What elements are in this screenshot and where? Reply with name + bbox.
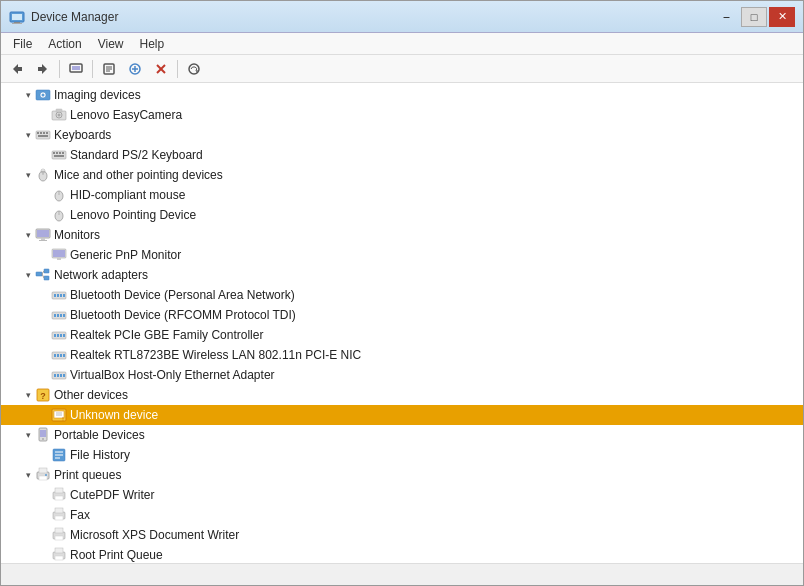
- tree-item-file-history[interactable]: File History: [1, 445, 803, 465]
- tree-label: Fax: [70, 508, 90, 522]
- tree-item-realtek-gbe[interactable]: Realtek PCIe GBE Family Controller: [1, 325, 803, 345]
- tree-item-realtek-wifi[interactable]: Realtek RTL8723BE Wireless LAN 802.11n P…: [1, 345, 803, 365]
- tree-label: Portable Devices: [54, 428, 145, 442]
- tree-item-keyboards[interactable]: ▾Keyboards: [1, 125, 803, 145]
- toggle-placeholder: [37, 328, 51, 342]
- tree-item-print-queues[interactable]: ▾Print queues: [1, 465, 803, 485]
- svg-rect-32: [46, 132, 48, 134]
- toggle-icon[interactable]: ▾: [21, 128, 35, 142]
- device-icon: [51, 247, 67, 263]
- toggle-placeholder: [37, 548, 51, 562]
- svg-rect-67: [60, 314, 62, 317]
- uninstall-button[interactable]: [149, 58, 173, 80]
- update-driver-button[interactable]: [123, 58, 147, 80]
- toggle-icon[interactable]: ▾: [21, 468, 35, 482]
- svg-rect-106: [55, 508, 63, 513]
- toggle-icon[interactable]: ▾: [21, 168, 35, 182]
- svg-rect-107: [55, 516, 63, 520]
- toggle-placeholder: [37, 288, 51, 302]
- svg-text:!: !: [62, 416, 64, 422]
- toggle-icon[interactable]: ▾: [21, 268, 35, 282]
- toggle-icon[interactable]: ▾: [21, 228, 35, 242]
- tree-item-monitors[interactable]: ▾Monitors: [1, 225, 803, 245]
- tree-label: Realtek RTL8723BE Wireless LAN 802.11n P…: [70, 348, 361, 362]
- device-tree[interactable]: ▾Imaging devicesLenovo EasyCamera▾Keyboa…: [1, 83, 803, 563]
- svg-marker-4: [13, 64, 18, 74]
- tree-item-root-print[interactable]: Root Print Queue: [1, 545, 803, 563]
- device-icon: [51, 207, 67, 223]
- menu-bar: File Action View Help: [1, 33, 803, 55]
- scan-hardware-button[interactable]: [182, 58, 206, 80]
- svg-rect-83: [63, 374, 65, 377]
- up-button[interactable]: [64, 58, 88, 80]
- svg-point-101: [45, 474, 47, 476]
- tree-item-lenovo-pointing[interactable]: Lenovo Pointing Device: [1, 205, 803, 225]
- toggle-icon[interactable]: ▾: [21, 388, 35, 402]
- device-icon: [35, 427, 51, 443]
- toggle-placeholder: [37, 348, 51, 362]
- tree-label: Lenovo EasyCamera: [70, 108, 182, 122]
- tree-item-mice[interactable]: ▾Mice and other pointing devices: [1, 165, 803, 185]
- tree-item-ps2-keyboard[interactable]: Standard PS/2 Keyboard: [1, 145, 803, 165]
- tree-item-bluetooth-pan[interactable]: Bluetooth Device (Personal Area Network): [1, 285, 803, 305]
- svg-rect-52: [53, 250, 65, 257]
- forward-button[interactable]: [31, 58, 55, 80]
- svg-rect-65: [54, 314, 56, 317]
- menu-action[interactable]: Action: [40, 35, 89, 53]
- app-icon: [9, 9, 25, 25]
- tree-item-unknown-device[interactable]: !Unknown device: [1, 405, 803, 425]
- back-button[interactable]: [5, 58, 29, 80]
- toggle-placeholder: [37, 368, 51, 382]
- menu-file[interactable]: File: [5, 35, 40, 53]
- svg-rect-109: [55, 528, 63, 533]
- device-icon: [51, 307, 67, 323]
- tree-label: Network adapters: [54, 268, 148, 282]
- toggle-icon[interactable]: ▾: [21, 88, 35, 102]
- device-icon: [51, 347, 67, 363]
- toggle-icon[interactable]: ▾: [21, 428, 35, 442]
- svg-rect-31: [43, 132, 45, 134]
- tree-item-portable[interactable]: ▾Portable Devices: [1, 425, 803, 445]
- maximize-button[interactable]: □: [741, 7, 767, 27]
- svg-rect-66: [57, 314, 59, 317]
- svg-rect-49: [41, 238, 45, 240]
- tree-item-cutepdf[interactable]: CutePDF Writer: [1, 485, 803, 505]
- tree-item-hid-mouse[interactable]: HID-compliant mouse: [1, 185, 803, 205]
- window-title: Device Manager: [31, 10, 118, 24]
- tree-item-imaging[interactable]: ▾Imaging devices: [1, 85, 803, 105]
- tree-item-fax[interactable]: Fax: [1, 505, 803, 525]
- svg-rect-54: [36, 272, 42, 276]
- device-icon: !: [51, 407, 67, 423]
- tree-item-bluetooth-rfcomm[interactable]: Bluetooth Device (RFCOMM Protocol TDI): [1, 305, 803, 325]
- properties-button[interactable]: [97, 58, 121, 80]
- svg-rect-56: [44, 276, 49, 280]
- svg-rect-80: [54, 374, 56, 377]
- status-bar: [1, 563, 803, 585]
- device-manager-window: Device Manager ‒ □ ✕ File Action View He…: [0, 0, 804, 586]
- toggle-placeholder: [37, 488, 51, 502]
- menu-help[interactable]: Help: [132, 35, 173, 53]
- svg-rect-55: [44, 269, 49, 273]
- tree-item-other[interactable]: ▾?Other devices: [1, 385, 803, 405]
- svg-rect-36: [56, 152, 58, 154]
- tree-item-generic-monitor[interactable]: Generic PnP Monitor: [1, 245, 803, 265]
- toggle-placeholder: [37, 148, 51, 162]
- svg-rect-71: [57, 334, 59, 337]
- tree-label: Microsoft XPS Document Writer: [70, 528, 239, 542]
- svg-rect-33: [38, 135, 48, 137]
- tree-item-virtualbox-adapter[interactable]: VirtualBox Host-Only Ethernet Adapter: [1, 365, 803, 385]
- svg-rect-61: [57, 294, 59, 297]
- svg-rect-7: [38, 67, 42, 71]
- device-icon: [51, 487, 67, 503]
- tree-item-ms-xps[interactable]: Microsoft XPS Document Writer: [1, 525, 803, 545]
- svg-rect-73: [63, 334, 65, 337]
- device-icon: [51, 187, 67, 203]
- close-button[interactable]: ✕: [769, 7, 795, 27]
- tree-item-network[interactable]: ▾Network adapters: [1, 265, 803, 285]
- svg-rect-9: [72, 66, 80, 70]
- menu-view[interactable]: View: [90, 35, 132, 53]
- minimize-button[interactable]: ‒: [713, 7, 739, 27]
- tree-item-lenovo-camera[interactable]: Lenovo EasyCamera: [1, 105, 803, 125]
- tree-label: Keyboards: [54, 128, 111, 142]
- svg-rect-60: [54, 294, 56, 297]
